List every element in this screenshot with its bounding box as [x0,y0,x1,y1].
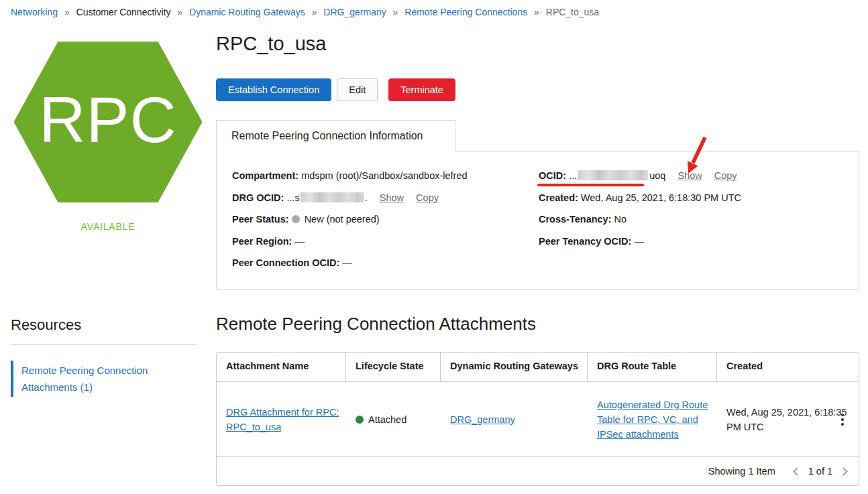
column-header-attachment-name: Attachment Name [217,353,346,381]
field-compartment: Compartment: mdspm (root)/Sandbox/sandbo… [232,169,539,183]
breadcrumb-separator: » [64,7,70,17]
terminate-button[interactable]: Terminate [388,78,455,101]
field-label: Peer Tenancy OCID: [539,236,631,247]
establish-connection-button[interactable]: Establish Connection [216,78,331,101]
resource-sidebar: RPC AVAILABLE Resources Remote Peering C… [0,19,216,486]
field-label: Created: [539,192,578,203]
field-drg-ocid: DRG OCID: ...s. Show Copy [232,191,539,205]
field-value: uoq [649,170,665,181]
created-value: Wed, Aug 25, 2021, 6:18:35 PM UTC [726,407,847,432]
field-value: ... [569,170,577,181]
status-badge: AVAILABLE [0,221,216,232]
field-value: No [614,214,627,225]
ocid-show-link[interactable]: Show [677,170,702,181]
field-value: mdspm (root)/Sandbox/sandbox-lefred [301,170,467,181]
created-cell: Wed, Aug 25, 2021, 6:18:35 PM UTC [717,398,859,441]
redacted-ocid [578,170,648,180]
showing-count: Showing 1 Item [708,466,775,477]
column-header-drg-route-table: DRG Route Table [588,353,717,381]
breadcrumb-separator: » [534,7,539,17]
field-label: Peer Region: [232,236,292,247]
field-value: — [634,236,644,247]
field-created: Created: Wed, Aug 25, 2021, 6:18:30 PM U… [539,191,859,205]
field-label: Peer Status: [232,214,289,225]
breadcrumb: Networking » Customer Connectivity » Dyn… [0,0,868,19]
field-peer-connection-ocid: Peer Connection OCID: — [232,256,539,270]
chevron-left-icon[interactable] [793,467,802,476]
redacted-drg-ocid [301,192,364,202]
table-footer: Showing 1 Item 1 of 1 [217,456,859,485]
attachments-section-title: Remote Peering Connection Attachments [216,314,859,334]
breadcrumb-current-page: RPC_to_usa [546,7,599,17]
lifecycle-state-value: Attached [368,414,406,425]
page-title: RPC_to_usa [216,33,859,55]
column-header-lifecycle-state: Lifecycle State [346,353,441,381]
field-value: — [294,236,305,247]
breadcrumb-separator: » [177,7,182,17]
attachments-table: Attachment Name Lifecycle State Dynamic … [216,352,859,486]
table-row: DRG Attachment for RPC: RPC_to_usa Attac… [217,381,859,456]
field-peer-tenancy-ocid: Peer Tenancy OCID: — [539,235,859,249]
field-label: Compartment: [232,170,299,181]
edit-button[interactable]: Edit [337,78,378,101]
column-header-created: Created [717,353,859,381]
ocid-copy-link[interactable]: Copy [714,170,737,181]
field-value: Wed, Aug 25, 2021, 6:18:30 PM UTC [581,192,741,203]
breadcrumb-dynamic-routing-gateways[interactable]: Dynamic Routing Gateways [189,7,305,17]
field-peer-region: Peer Region: — [232,235,539,249]
rpc-information-panel: Compartment: mdspm (root)/Sandbox/sandbo… [216,151,859,290]
resources-title: Resources [11,316,216,334]
resources-menu: Resources Remote Peering Connection Atta… [0,316,216,397]
resources-divider [11,344,196,345]
rpc-hexagon-label: RPC [39,88,177,156]
column-header-dynamic-routing-gateways: Dynamic Routing Gateways [441,353,588,381]
field-value: ...s [286,192,299,203]
field-ocid: OCID: ...uoq Show Copy [539,169,859,183]
drg-ocid-show-link[interactable]: Show [380,192,404,203]
field-label: DRG OCID: [232,192,284,203]
page-indicator: 1 of 1 [808,466,832,477]
sidebar-item-rpc-attachments[interactable]: Remote Peering Connection Attachments (1… [11,361,216,397]
field-value: New (not peered) [305,214,380,225]
attachment-name-link[interactable]: DRG Attachment for RPC: RPC_to_usa [226,407,339,432]
field-label: Peer Connection OCID: [232,257,339,268]
field-label: OCID: [539,170,566,181]
action-buttons: Establish Connection Edit Terminate [216,78,859,101]
drg-ocid-copy-link[interactable]: Copy [416,192,439,203]
tab-rpc-information[interactable]: Remote Peering Connection Information [216,120,455,151]
annotation-underline [537,184,644,186]
breadcrumb-remote-peering-connections[interactable]: Remote Peering Connections [404,7,527,17]
attached-status-dot-icon [356,416,364,424]
field-value: . [365,192,368,203]
rpc-hexagon-icon: RPC [14,42,203,202]
breadcrumb-networking[interactable]: Networking [11,7,58,17]
lifecycle-state-cell: Attached [346,406,441,434]
chevron-right-icon[interactable] [839,467,848,476]
peer-status-dot-icon [292,215,300,223]
breadcrumb-separator: » [312,7,317,17]
drg-route-table-link[interactable]: Autogenerated Drg Route Table for RPC, V… [597,399,708,440]
breadcrumb-drg-germany[interactable]: DRG_germany [323,7,386,17]
drg-germany-link[interactable]: DRG_germany [450,414,515,425]
field-cross-tenancy: Cross-Tenancy: No [539,212,859,227]
breadcrumb-separator: » [393,7,398,17]
pagination: 1 of 1 [794,466,847,477]
table-header-row: Attachment Name Lifecycle State Dynamic … [217,353,859,381]
field-label: Cross-Tenancy: [539,214,612,225]
row-actions-kebab-icon[interactable] [836,412,849,427]
field-value: — [342,257,352,268]
breadcrumb-customer-connectivity: Customer Connectivity [76,7,171,17]
field-peer-status: Peer Status:New (not peered) [232,212,539,227]
